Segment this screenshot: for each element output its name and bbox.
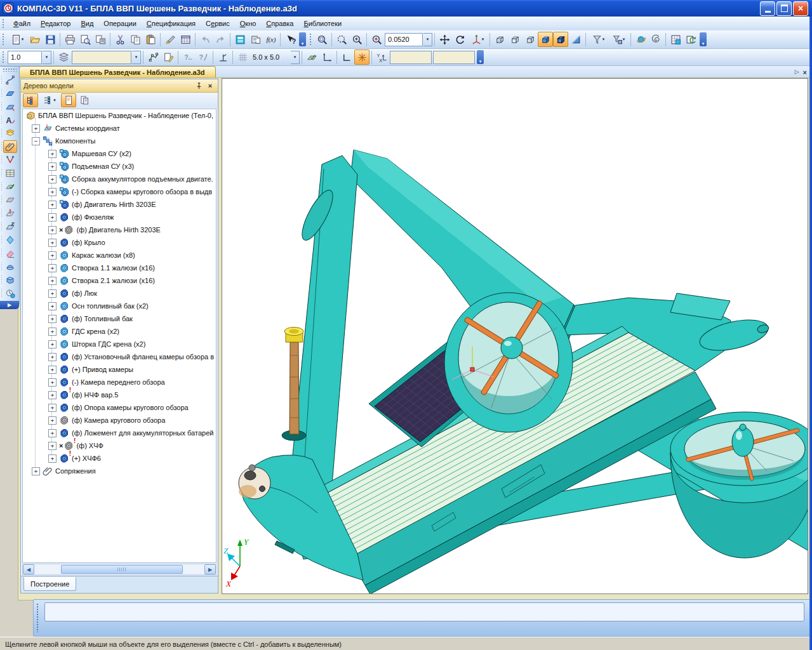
menu-файл[interactable]: Файл bbox=[8, 18, 36, 29]
cube-shaded-button[interactable] bbox=[538, 32, 553, 47]
tree-item[interactable]: +Сборка аккумуляторов подъемных двигате. bbox=[23, 173, 216, 185]
menu-grip[interactable] bbox=[2, 18, 5, 29]
current-step-field-dropdown[interactable]: ▾ bbox=[43, 51, 51, 64]
scroll-left-icon[interactable]: ◀ bbox=[23, 564, 34, 574]
current-step-field[interactable]: 1.0 bbox=[8, 51, 42, 64]
cube-wireframe-button[interactable] bbox=[492, 32, 507, 47]
new-document-button[interactable]: ▾ bbox=[7, 32, 27, 47]
tree-item[interactable]: +!(ф) НЧФ вар.5 bbox=[23, 388, 216, 401]
sketch-polyline-button[interactable] bbox=[145, 50, 161, 65]
hide-components-button[interactable]: ▾ bbox=[608, 32, 629, 47]
menu-библиотеки[interactable]: Библиотеки bbox=[299, 18, 347, 29]
toolbar-grip[interactable] bbox=[2, 33, 5, 46]
tree-expand-icon[interactable]: + bbox=[48, 162, 57, 171]
open-button[interactable] bbox=[27, 32, 43, 47]
save-button[interactable] bbox=[43, 32, 58, 47]
tree-expand-icon[interactable]: + bbox=[48, 150, 57, 158]
print-setup-button[interactable] bbox=[93, 32, 108, 47]
dome-tool-button[interactable] bbox=[3, 260, 17, 273]
tree-item[interactable]: +(ф) Крыло bbox=[23, 236, 216, 249]
tree-item[interactable]: +(+) Привод камеры bbox=[23, 363, 216, 376]
tree-item[interactable]: +Подъемная СУ (x3) bbox=[23, 160, 216, 173]
tree-item[interactable]: +(ф) Люк bbox=[23, 287, 216, 300]
measure-orbit-tool-button[interactable] bbox=[3, 287, 17, 300]
tree-item[interactable]: +Маршевая СУ (x2) bbox=[23, 147, 216, 160]
pin-icon[interactable] bbox=[194, 81, 204, 91]
refresh-window-button[interactable] bbox=[683, 32, 698, 47]
tree-expand-icon[interactable]: + bbox=[48, 251, 57, 260]
variables-button[interactable] bbox=[232, 32, 248, 47]
zoom-area-button[interactable] bbox=[314, 32, 329, 47]
document-tab[interactable]: БПЛА ВВП Шершень Разведчик - Наблюдение.… bbox=[19, 66, 216, 77]
zoom-scale-field-dropdown[interactable]: ▾ bbox=[423, 33, 432, 46]
tree-item[interactable]: +Створка 1.1 жалюзи (x16) bbox=[23, 262, 216, 274]
tree-item[interactable]: +(ф) Фюзеляж bbox=[23, 211, 216, 223]
mates-tool-button[interactable] bbox=[3, 140, 17, 153]
zoom-scale-button[interactable] bbox=[369, 32, 384, 47]
viewport-3d[interactable]: Z Y X bbox=[222, 78, 808, 594]
tree-expand-icon[interactable]: + bbox=[48, 201, 57, 209]
tree-item[interactable]: +(ф) Опора камеры кругового обзора bbox=[23, 401, 216, 414]
tree-item[interactable]: +Сопряжения bbox=[23, 465, 216, 477]
corner-mode-button[interactable] bbox=[339, 50, 354, 65]
tree-item[interactable]: +×(ф) Двигатель Hirth 3203E bbox=[23, 223, 216, 236]
close-panel-icon[interactable]: × bbox=[205, 81, 215, 91]
wedge-halftone-button[interactable] bbox=[568, 32, 583, 47]
scroll-right-icon[interactable]: ▶ bbox=[204, 564, 216, 574]
snap-star-button[interactable] bbox=[354, 50, 369, 65]
toolbar-overflow-button[interactable]: ▾ bbox=[700, 32, 707, 46]
tree-expand-icon[interactable]: + bbox=[48, 277, 57, 285]
menu-окно[interactable]: Окно bbox=[235, 18, 262, 29]
tree-item[interactable]: +Шторка ГДС крена (x2) bbox=[23, 338, 216, 350]
tree-expand-icon[interactable]: + bbox=[48, 429, 57, 437]
tree-item[interactable]: +Осн топливный бак (x2) bbox=[23, 300, 216, 312]
tree-expand-icon[interactable]: + bbox=[48, 188, 57, 196]
what-is-this-button[interactable]: ? bbox=[283, 32, 298, 47]
property-bar-grip[interactable] bbox=[36, 603, 39, 632]
tree-expand-icon[interactable]: + bbox=[48, 289, 57, 298]
cube-hidden-button[interactable] bbox=[507, 32, 522, 47]
tree-item[interactable]: +!(+) ХЧФ6 bbox=[23, 452, 216, 465]
tree-expand-icon[interactable]: + bbox=[48, 454, 57, 463]
coord-x-field[interactable] bbox=[390, 51, 432, 64]
solid-tool-button[interactable] bbox=[3, 274, 17, 286]
edit-sketch-button[interactable] bbox=[161, 50, 176, 65]
tree-expand-icon[interactable]: + bbox=[48, 378, 57, 387]
cube-hidden-thin-button[interactable] bbox=[522, 32, 538, 47]
tree-expand-icon[interactable]: + bbox=[48, 391, 57, 399]
toolbar-grip[interactable] bbox=[2, 51, 5, 63]
coord-y-field[interactable] bbox=[433, 51, 475, 64]
tree-expand-icon[interactable]: + bbox=[48, 175, 57, 183]
tree-expand-icon[interactable]: + bbox=[32, 467, 40, 475]
tree-item[interactable]: +(ф) Двигатель Hirth 3203E bbox=[23, 198, 216, 211]
tree-item[interactable]: +×!(ф) ХЧФ bbox=[23, 439, 216, 452]
verify-tool-button[interactable] bbox=[3, 180, 17, 193]
plane-gray-tool-button[interactable] bbox=[3, 194, 17, 206]
redo-button[interactable] bbox=[213, 32, 228, 47]
section-plane-tool-button[interactable] bbox=[3, 207, 17, 220]
tree-expand-icon[interactable]: + bbox=[48, 264, 57, 272]
tree-item[interactable]: +(-) Сборка камеры кругового обзора в вы… bbox=[23, 185, 216, 198]
cube-shaded-edges-button[interactable] bbox=[553, 32, 568, 47]
layer-field-dropdown[interactable]: ▾ bbox=[132, 51, 141, 64]
tree-item[interactable]: −Компоненты bbox=[23, 135, 216, 147]
scroll-thumb[interactable] bbox=[61, 565, 183, 574]
local-axes-button[interactable] bbox=[319, 50, 335, 65]
tree-item[interactable]: +Каркас жалюзи (x8) bbox=[23, 249, 216, 262]
tree-expand-icon[interactable]: + bbox=[48, 404, 57, 412]
tree-structure-button[interactable] bbox=[23, 93, 38, 107]
query-arrow-button[interactable]: ? bbox=[196, 50, 211, 65]
menu-редактор[interactable]: Редактор bbox=[36, 18, 76, 29]
restore-button[interactable] bbox=[776, 1, 792, 16]
object-window-button[interactable] bbox=[248, 32, 263, 47]
close-tab-button[interactable]: × bbox=[803, 69, 807, 76]
grid-window-button[interactable] bbox=[668, 32, 683, 47]
query-dots-button[interactable]: ?.. bbox=[180, 50, 196, 65]
compact-panel-expander[interactable]: ▶ bbox=[0, 301, 19, 309]
tree-expand-icon[interactable]: + bbox=[48, 302, 57, 310]
next-tab-button[interactable]: ▷ bbox=[795, 69, 799, 76]
tree-expand-icon[interactable]: + bbox=[48, 353, 57, 361]
tree-item[interactable]: +(-) Камера переднего обзора bbox=[23, 376, 216, 388]
layers-tool-button[interactable] bbox=[3, 127, 17, 140]
hide-objects-button[interactable]: ▾ bbox=[588, 32, 608, 47]
